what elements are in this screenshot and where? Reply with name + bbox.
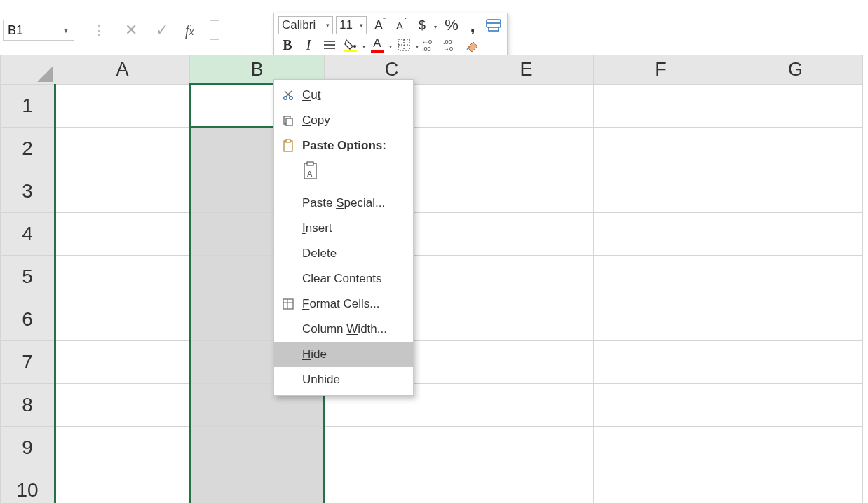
cell[interactable]: [594, 427, 728, 469]
cell[interactable]: [55, 170, 190, 213]
cell[interactable]: [325, 469, 459, 504]
accounting-format-icon[interactable]: $▾: [413, 16, 431, 34]
formula-bar-input[interactable]: [210, 20, 219, 40]
chevron-down-icon[interactable]: ▾: [320, 22, 330, 29]
cell[interactable]: [459, 128, 594, 170]
ctx-cut[interactable]: Cut: [274, 83, 413, 108]
cell[interactable]: [728, 469, 863, 504]
cell[interactable]: [55, 213, 190, 256]
cell[interactable]: [459, 298, 594, 341]
italic-icon[interactable]: I: [299, 36, 318, 54]
font-size-combo[interactable]: 11 ▾: [336, 16, 367, 34]
cell[interactable]: [459, 213, 594, 256]
font-name-combo[interactable]: Calibri ▾: [278, 16, 333, 34]
row-header[interactable]: 7: [1, 341, 55, 384]
cell[interactable]: [459, 427, 594, 469]
bold-icon[interactable]: B: [278, 36, 297, 54]
cell[interactable]: [594, 85, 728, 128]
row-header[interactable]: 5: [1, 256, 55, 298]
cell[interactable]: [728, 170, 863, 213]
borders-icon[interactable]: ▾: [395, 36, 413, 54]
cell[interactable]: [594, 469, 728, 504]
format-painter-icon[interactable]: [484, 16, 503, 34]
row-header[interactable]: 4: [1, 213, 55, 256]
cell[interactable]: [459, 170, 594, 213]
column-header-e[interactable]: E: [459, 55, 594, 85]
row-header[interactable]: 8: [1, 384, 55, 427]
ctx-hide[interactable]: Hide: [274, 342, 413, 367]
cell[interactable]: [459, 256, 594, 298]
decrease-decimal-icon[interactable]: .00→0: [442, 36, 461, 54]
cell[interactable]: [728, 427, 863, 469]
ctx-clear-contents[interactable]: Clear Contents: [274, 266, 413, 291]
enter-icon[interactable]: ✓: [154, 21, 170, 39]
cell[interactable]: [594, 341, 728, 384]
column-header-g[interactable]: G: [728, 55, 863, 85]
ctx-label: Column Width...: [302, 322, 387, 336]
paste-icon[interactable]: A: [302, 161, 320, 182]
cell[interactable]: [594, 128, 728, 170]
cell[interactable]: [325, 427, 459, 469]
fill-color-icon[interactable]: ▾: [341, 36, 360, 54]
cell[interactable]: [55, 341, 190, 384]
cell[interactable]: [190, 469, 325, 504]
chevron-down-icon[interactable]: ▼: [62, 27, 69, 34]
ctx-insert[interactable]: Insert: [274, 216, 413, 241]
increase-font-icon[interactable]: Aˆ: [369, 16, 388, 34]
cell[interactable]: [728, 298, 863, 341]
ctx-column-width[interactable]: Column Width...: [274, 317, 413, 342]
ctx-unhide[interactable]: Unhide: [274, 367, 413, 392]
cell[interactable]: [728, 384, 863, 427]
grid-row: 4: [1, 213, 863, 256]
chevron-down-icon[interactable]: ▾: [354, 22, 363, 29]
cell[interactable]: [190, 427, 325, 469]
ctx-delete[interactable]: Delete: [274, 241, 413, 266]
clear-format-icon[interactable]: [463, 36, 482, 54]
select-all-corner[interactable]: [1, 55, 55, 85]
cell[interactable]: [459, 469, 594, 504]
comma-format-icon[interactable]: ,: [463, 16, 482, 34]
cell[interactable]: [459, 341, 594, 384]
cell[interactable]: [55, 256, 190, 298]
align-icon[interactable]: [320, 36, 339, 54]
spreadsheet-grid[interactable]: A B C E F G 1 2 3 4 5 6 7 8 9 10: [0, 55, 868, 503]
name-box[interactable]: B1 ▼: [3, 20, 74, 41]
row-header[interactable]: 3: [1, 170, 55, 213]
cell[interactable]: [594, 213, 728, 256]
cell[interactable]: [55, 384, 190, 427]
ctx-copy[interactable]: Copy: [274, 108, 413, 133]
increase-decimal-icon[interactable]: ←0.00: [421, 36, 440, 54]
row-header[interactable]: 10: [1, 469, 55, 504]
cell[interactable]: [728, 128, 863, 170]
cell[interactable]: [459, 384, 594, 427]
cell[interactable]: [728, 341, 863, 384]
cell[interactable]: [55, 427, 190, 469]
cell[interactable]: [728, 85, 863, 128]
cell[interactable]: [594, 384, 728, 427]
cell[interactable]: [728, 213, 863, 256]
column-header-f[interactable]: F: [594, 55, 728, 85]
fx-icon[interactable]: fx: [185, 22, 194, 39]
ctx-format-cells[interactable]: Format Cells...: [274, 291, 413, 317]
row-header[interactable]: 1: [1, 85, 55, 128]
grid-row: 1: [1, 85, 863, 128]
cell[interactable]: [55, 469, 190, 504]
decrease-font-icon[interactable]: Aˇ: [391, 16, 409, 34]
row-header[interactable]: 9: [1, 427, 55, 469]
cell[interactable]: [55, 85, 190, 128]
font-color-icon[interactable]: A ▾: [368, 36, 386, 54]
cancel-icon[interactable]: ✕: [123, 21, 139, 39]
column-header-a[interactable]: A: [55, 55, 190, 85]
cell[interactable]: [55, 298, 190, 341]
ctx-label: Unhide: [302, 373, 340, 387]
cell[interactable]: [594, 298, 728, 341]
cell[interactable]: [728, 256, 863, 298]
cell[interactable]: [594, 170, 728, 213]
cell[interactable]: [459, 85, 594, 128]
row-header[interactable]: 2: [1, 128, 55, 170]
cell[interactable]: [55, 128, 190, 170]
ctx-paste-special[interactable]: Paste Special...: [274, 191, 413, 216]
percent-format-icon[interactable]: %: [442, 16, 461, 34]
cell[interactable]: [594, 256, 728, 298]
row-header[interactable]: 6: [1, 298, 55, 341]
